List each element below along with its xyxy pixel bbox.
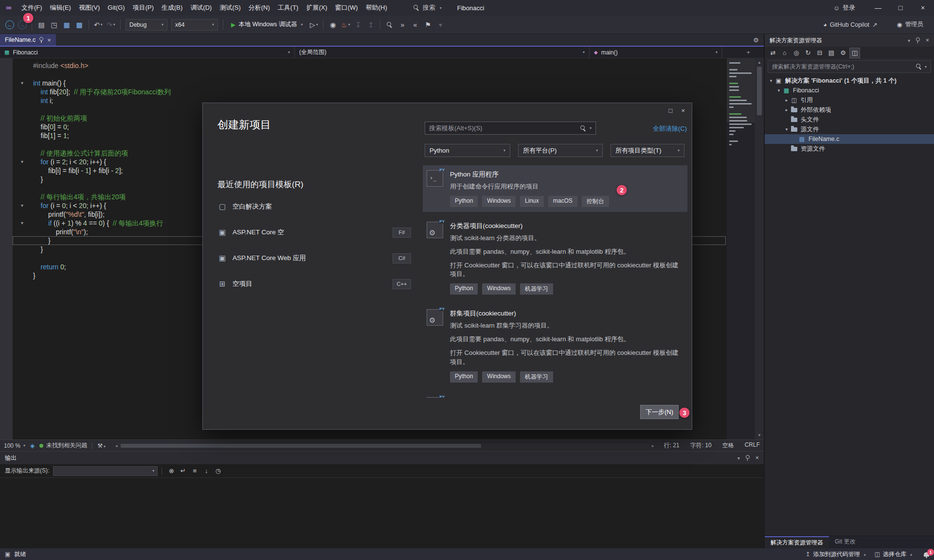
indent-icon[interactable]: »: [396, 18, 408, 31]
tree-item[interactable]: ▸外部依赖项: [765, 105, 934, 115]
open-file-icon[interactable]: ◳: [48, 18, 60, 31]
fold-arrow-icon[interactable]: ▾: [13, 219, 33, 228]
tree-expand-icon[interactable]: ▾: [775, 88, 782, 93]
template-tag[interactable]: Python: [450, 196, 478, 207]
fold-arrow-icon[interactable]: ▾: [13, 158, 33, 166]
menu-item[interactable]: 调试(D): [186, 0, 216, 16]
messages-icon[interactable]: ≡: [189, 466, 200, 476]
solution-configurations-select[interactable]: Debug▾: [126, 19, 167, 31]
show-all-files-icon[interactable]: ▤: [826, 48, 837, 58]
tree-item[interactable]: ▤FileName.c: [765, 134, 934, 144]
start-without-debugging-icon[interactable]: ▷▾: [308, 18, 320, 31]
split-window-icon[interactable]: +: [746, 49, 750, 56]
scroll-down-icon[interactable]: ▼: [757, 433, 761, 438]
close-button[interactable]: ×: [912, 0, 934, 16]
template-tag[interactable]: Windows: [482, 196, 516, 207]
menu-item[interactable]: 扩展(X): [302, 0, 331, 16]
home-icon[interactable]: ⌂: [779, 48, 790, 58]
pin-icon[interactable]: [39, 37, 43, 43]
panel-tab[interactable]: Git 更改: [829, 536, 862, 548]
outdent-icon[interactable]: «: [409, 18, 421, 31]
breakpoint-gutter[interactable]: [0, 58, 13, 439]
tree-item[interactable]: ▾源文件: [765, 124, 934, 134]
toolbar-options-icon[interactable]: ▾: [434, 18, 446, 31]
close-tab-icon[interactable]: ×: [47, 36, 51, 44]
word-wrap-icon[interactable]: ↵: [178, 466, 188, 476]
menu-item[interactable]: 项目(P): [129, 0, 158, 16]
step-over-icon[interactable]: ↥: [365, 18, 377, 31]
menu-item[interactable]: 测试(S): [216, 0, 244, 16]
undo-icon[interactable]: ↶▾: [92, 18, 104, 31]
step-into-icon[interactable]: ↧: [352, 18, 364, 31]
tree-item[interactable]: 头文件: [765, 115, 934, 124]
menu-item[interactable]: Git(G): [104, 0, 128, 16]
recent-template-item[interactable]: ▣ASP.NET Core 空F#: [217, 225, 411, 240]
github-copilot-button[interactable]: ◕ GitHub Copilot ↗: [823, 21, 877, 28]
pin-icon[interactable]: [916, 37, 920, 43]
tree-item[interactable]: 资源文件: [765, 144, 934, 154]
fold-arrow-icon[interactable]: ▾: [13, 79, 33, 88]
menu-item[interactable]: 文件(F): [18, 0, 46, 16]
zoom-select[interactable]: 100 % ▾: [4, 442, 25, 449]
template-row[interactable]: 群集项目(cookiecutter)测试 scikit-learn 群集学习器的…: [423, 304, 687, 387]
panel-list-icon[interactable]: ▾: [737, 455, 740, 461]
menu-item[interactable]: 工具(T): [274, 0, 303, 16]
breakpoints-icon[interactable]: ◉: [327, 18, 339, 31]
bookmark-icon[interactable]: ⚑: [422, 18, 433, 31]
notifications-button[interactable]: 1: [924, 552, 929, 557]
tree-expand-icon[interactable]: ▾: [768, 78, 774, 83]
language-filter-select[interactable]: Python ▾: [425, 144, 510, 157]
template-tag[interactable]: Windows: [482, 283, 516, 295]
template-tag[interactable]: Python: [450, 371, 478, 383]
hot-reload-icon[interactable]: ♨▾: [340, 18, 351, 31]
minimap[interactable]: [727, 58, 755, 439]
solution-search-box[interactable]: 搜索解决方案资源管理器(Ctrl+;) ▾: [768, 60, 931, 73]
find-in-files-icon[interactable]: [384, 18, 395, 31]
menu-item[interactable]: 窗口(W): [331, 0, 362, 16]
project-dropdown[interactable]: ▦ Fibonacci ▾: [0, 47, 295, 58]
tree-expand-icon[interactable]: ▾: [783, 127, 790, 132]
health-indicator[interactable]: 未找到相关问题: [39, 441, 87, 450]
editor-options-icon[interactable]: ⚙: [753, 36, 759, 44]
menu-item[interactable]: 分析(N): [245, 0, 274, 16]
menu-item[interactable]: 视图(V): [75, 0, 104, 16]
output-source-select[interactable]: ▾: [53, 466, 158, 476]
column-indicator[interactable]: 字符: 10: [690, 441, 712, 450]
menu-item[interactable]: 编辑(E): [46, 0, 75, 16]
time-icon[interactable]: ◷: [213, 466, 223, 476]
dialog-close-button[interactable]: ×: [681, 107, 685, 114]
preview-code-icon[interactable]: ◫: [849, 48, 860, 58]
add-to-source-control-button[interactable]: ↥ 添加到源代码管理 ▴: [806, 550, 866, 559]
start-debugging-button[interactable]: ▶本地 Windows 调试器▾: [227, 18, 307, 31]
template-tag[interactable]: Linux: [520, 196, 544, 207]
clear-output-icon[interactable]: ⊗: [166, 466, 177, 476]
output-content[interactable]: [0, 478, 764, 548]
navigate-back-icon[interactable]: ←: [4, 18, 16, 31]
save-all-icon[interactable]: ▩: [73, 18, 85, 31]
minimize-button[interactable]: —: [867, 0, 889, 16]
autoscroll-icon[interactable]: ↓: [201, 466, 212, 476]
tree-expand-icon[interactable]: ▸: [783, 107, 790, 112]
recent-template-item[interactable]: ▣ASP.NET Core Web 应用C#: [217, 251, 411, 265]
tree-expand-icon[interactable]: ▸: [783, 98, 790, 103]
eol-indicator[interactable]: CRLF: [745, 441, 760, 450]
pin-icon[interactable]: [746, 455, 750, 461]
collapse-all-icon[interactable]: ⊟: [814, 48, 825, 58]
solution-platforms-select[interactable]: x64▾: [171, 19, 218, 31]
clear-all-link[interactable]: 全部清除(C): [653, 124, 687, 133]
template-tag[interactable]: 机器学习: [520, 371, 553, 383]
member-dropdown[interactable]: ◆ main() ▾: [590, 47, 722, 58]
spaces-indicator[interactable]: 空格: [722, 441, 734, 450]
template-tag[interactable]: Python: [450, 283, 478, 295]
template-row[interactable]: 分类器项目(cookiecutter)测试 scikit-learn 分类器的项…: [423, 217, 687, 299]
quick-search-box[interactable]: 搜索 ▾: [413, 3, 442, 12]
template-row[interactable]: Python 应用程序用于创建命令行应用程序的项目PythonWindowsLi…: [423, 165, 687, 212]
document-health-icon[interactable]: ◈: [30, 442, 35, 449]
minimap-viewport[interactable]: [727, 58, 755, 122]
line-indicator[interactable]: 行: 21: [664, 441, 680, 450]
template-tag[interactable]: 机器学习: [520, 283, 553, 295]
template-tag[interactable]: 控制台: [582, 196, 609, 207]
recent-template-item[interactable]: ⊞空项目C++: [217, 277, 411, 291]
redo-icon[interactable]: ↷▾: [105, 18, 117, 31]
template-search-input[interactable]: 搜索模板(Alt+S)(S) ▾: [425, 122, 596, 135]
